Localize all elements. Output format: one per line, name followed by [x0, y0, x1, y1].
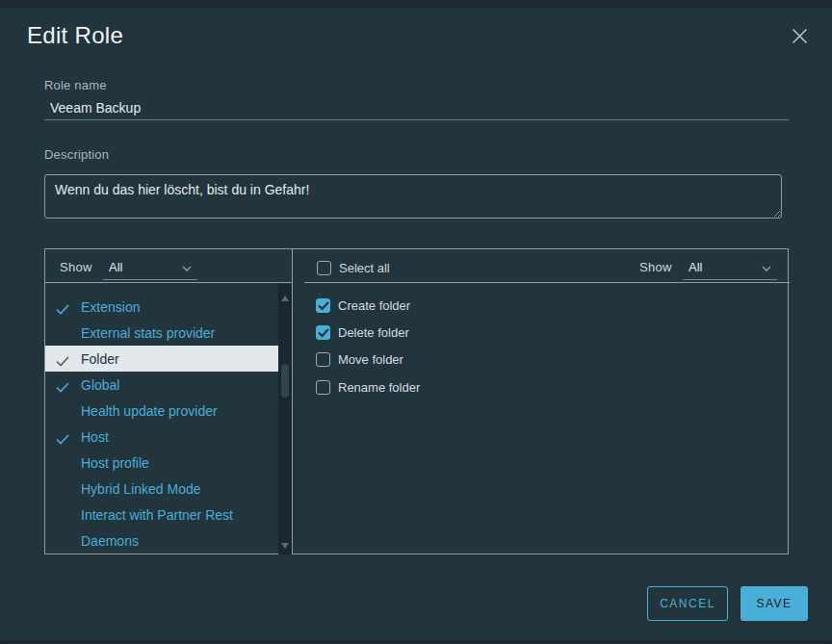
check-icon [56, 301, 69, 312]
permissions-panel: Show All Show All Select all [44, 248, 789, 554]
scrollbar-up-arrow[interactable] [281, 296, 289, 301]
show-filter-dropdown-left[interactable]: All [103, 257, 197, 280]
show-filter-dropdown-right[interactable]: All [683, 257, 777, 280]
scrollbar-down-arrow[interactable] [281, 543, 289, 549]
role-name-input[interactable] [44, 95, 789, 120]
show-label-left: Show [60, 260, 92, 274]
close-icon [792, 28, 808, 44]
check-icon [56, 353, 69, 364]
category-row-folder[interactable]: Folder [45, 346, 278, 372]
chevron-down-icon [182, 266, 192, 271]
permission-row-rename-folder[interactable]: Rename folder [316, 374, 701, 400]
rename-folder-checkbox[interactable] [316, 380, 330, 395]
select-all-label: Select all [339, 261, 390, 275]
select-all-row[interactable]: Select all [317, 261, 390, 275]
scrollbar-thumb[interactable] [281, 364, 289, 398]
cancel-button[interactable]: CANCEL [647, 586, 728, 621]
permission-row-create-folder[interactable]: Create folder [316, 292, 701, 319]
description-textarea[interactable]: Wenn du das hier löscht, bist du in Gefa… [44, 174, 782, 219]
category-row-hybrid-linked-mode[interactable]: Hybrid Linked Mode [45, 476, 278, 502]
role-name-label: Role name [44, 78, 107, 92]
save-button[interactable]: SAVE [741, 586, 808, 621]
category-row-host-profile[interactable]: Host profile [45, 450, 278, 476]
category-row-global[interactable]: Global [45, 372, 278, 398]
pane-divider [292, 249, 293, 554]
permission-category-list: Extension External stats provider Folder… [45, 294, 278, 554]
category-row-extension[interactable]: Extension [45, 294, 278, 320]
left-pane-header: Show All [45, 249, 292, 283]
scrollbar-track[interactable] [278, 284, 292, 554]
category-row-health-update-provider[interactable]: Health update provider [45, 398, 278, 424]
check-icon [56, 431, 69, 442]
chevron-down-icon [762, 266, 771, 271]
check-icon [56, 379, 69, 390]
select-all-checkbox[interactable] [317, 261, 331, 275]
right-header-divider [304, 282, 790, 283]
close-button[interactable] [790, 26, 809, 45]
category-row-external-stats-provider[interactable]: External stats provider [45, 320, 278, 346]
permission-row-delete-folder[interactable]: Delete folder [316, 319, 701, 346]
category-row-daemons[interactable]: Daemons [45, 528, 278, 554]
description-label: Description [44, 147, 109, 162]
show-label-right: Show [639, 260, 672, 274]
category-row-interact-with-partner-rest[interactable]: Interact with Partner Rest [45, 502, 278, 528]
permission-row-move-folder[interactable]: Move folder [316, 347, 701, 374]
move-folder-checkbox[interactable] [316, 352, 330, 367]
edit-role-dialog: Edit Role Role name Description Wenn du … [0, 8, 832, 640]
create-folder-checkbox[interactable] [316, 298, 330, 313]
category-row-host[interactable]: Host [45, 424, 278, 450]
delete-folder-checkbox[interactable] [316, 325, 330, 340]
dialog-title: Edit Role [27, 22, 123, 49]
permission-list: Create folder Delete folder Move folder … [316, 292, 701, 400]
